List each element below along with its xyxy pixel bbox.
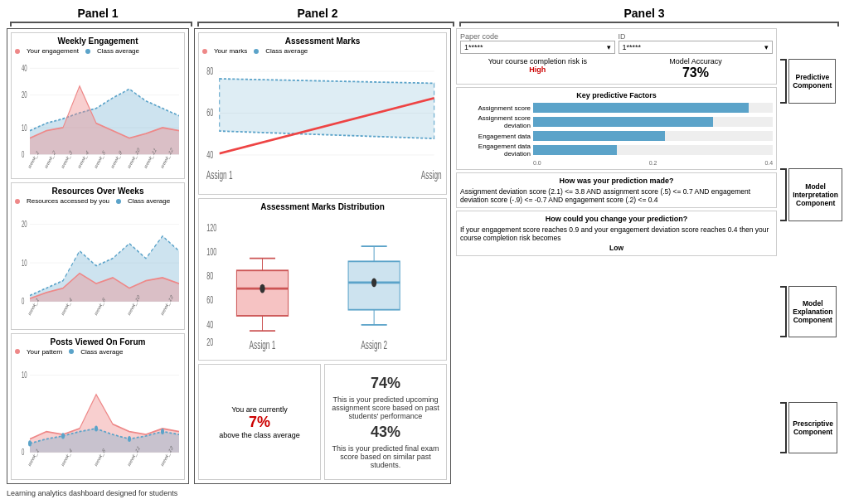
paper-code-label: Paper code bbox=[460, 32, 615, 41]
predictive-component-brace: PredictiveComponent bbox=[780, 59, 842, 104]
panel2-label: Panel 2 bbox=[189, 7, 446, 20]
id-label: ID bbox=[619, 32, 774, 41]
footer-text: Learning analytics dashboard designed fo… bbox=[7, 489, 842, 497]
legend-resources-class-label: Class average bbox=[128, 197, 170, 205]
svg-text:0: 0 bbox=[22, 447, 24, 457]
explanation-box: How was your prediction made? Assignment… bbox=[456, 172, 777, 208]
bar-chart: Assignment score Assignment score deviat… bbox=[460, 103, 773, 166]
distribution-svg: 120 100 80 60 40 20 bbox=[202, 213, 443, 356]
assessment-marks-chart: Assessment Marks Your marks Class averag… bbox=[198, 32, 447, 195]
legend-resources-label: Resources accessed by you bbox=[27, 197, 109, 205]
panel1: Weekly Engagement Your engagement Class … bbox=[7, 28, 189, 484]
change-title: How could you change your prediction? bbox=[460, 215, 773, 223]
id-value: 1***** bbox=[623, 43, 642, 51]
id-chevron: ▾ bbox=[764, 43, 769, 51]
svg-text:10: 10 bbox=[22, 123, 27, 133]
svg-text:80: 80 bbox=[206, 65, 213, 76]
bar-fill-4 bbox=[533, 145, 617, 155]
svg-text:100: 100 bbox=[206, 246, 216, 258]
above-pct: 7% bbox=[204, 414, 315, 431]
paper-code-chevron: ▾ bbox=[607, 43, 611, 51]
prediction-text: Assignment deviation score (2.1) <= 3.8 … bbox=[460, 187, 773, 204]
legend-posts-class-dot bbox=[69, 349, 74, 354]
svg-text:20: 20 bbox=[206, 337, 213, 349]
paper-code-value: 1***** bbox=[464, 43, 483, 51]
legend-marks-label: Your marks bbox=[214, 47, 247, 55]
legend-marks-dot bbox=[202, 49, 207, 54]
marks-distribution-title: Assessment Marks Distribution bbox=[202, 202, 443, 211]
bar-fill-3 bbox=[533, 131, 665, 141]
bar-label-3: Engagement data bbox=[460, 133, 531, 140]
svg-point-42 bbox=[161, 429, 164, 434]
svg-text:120: 120 bbox=[206, 222, 216, 234]
legend-marks-class-label: Class average bbox=[265, 47, 308, 55]
svg-text:Assign 2: Assign 2 bbox=[361, 338, 387, 352]
interpretation-component-label: ModelInterpretationComponent bbox=[788, 168, 842, 221]
legend-resources-class-dot bbox=[116, 199, 121, 204]
bar-label-1: Assignment score bbox=[460, 104, 531, 112]
risk-label: Your course completion risk is bbox=[460, 57, 615, 65]
posts-title: Posts Viewed On Forum bbox=[15, 337, 181, 346]
resources-svg: 20 10 0 week_1 week_4 week_8 week_10 bbox=[15, 206, 181, 325]
svg-text:20: 20 bbox=[22, 220, 27, 230]
kpf-box: Key predictive Factors Assignment score … bbox=[456, 87, 777, 170]
svg-text:Assign 1: Assign 1 bbox=[206, 167, 233, 181]
legend-engagement-label: Your engagement bbox=[27, 47, 79, 55]
svg-point-39 bbox=[61, 433, 65, 439]
accuracy-box: Model Accuracy 73% bbox=[619, 57, 774, 80]
risk-level: High bbox=[460, 65, 615, 74]
svg-text:40: 40 bbox=[206, 319, 213, 331]
final-desc: This is your predicted final exam score … bbox=[330, 444, 441, 469]
assessment-marks-svg: 80 60 40 Assign 1 Assign 2 bbox=[202, 56, 443, 191]
above-label: You are currently bbox=[204, 405, 315, 414]
axis-0: 0.0 bbox=[533, 160, 541, 166]
bar-row-3: Engagement data bbox=[460, 131, 773, 141]
bar-row-1: Assignment score bbox=[460, 103, 773, 113]
change-result: Low bbox=[460, 244, 773, 252]
component-labels: PredictiveComponent ModelInterpretationC… bbox=[780, 28, 842, 484]
interpretation-component-brace: ModelInterpretationComponent bbox=[780, 168, 842, 221]
panel3-content: Paper code 1***** ▾ ID 1***** ▾ bbox=[456, 28, 777, 484]
axis-02: 0.2 bbox=[649, 160, 657, 166]
svg-text:10: 10 bbox=[22, 258, 27, 268]
legend-class-dot bbox=[85, 49, 90, 54]
svg-point-38 bbox=[28, 440, 32, 446]
bar-label-4: Engagement data deviation bbox=[460, 143, 531, 158]
explanation-component-label: ModelExplanationComponent bbox=[788, 286, 837, 337]
svg-text:Assign 2: Assign 2 bbox=[421, 167, 443, 181]
bar-track-1 bbox=[533, 103, 773, 113]
svg-text:60: 60 bbox=[206, 107, 213, 118]
resources-chart: Resources Over Weeks Resources accessed … bbox=[11, 182, 185, 329]
weekly-engagement-title: Weekly Engagement bbox=[15, 36, 181, 46]
paper-code-dropdown[interactable]: 1***** ▾ bbox=[460, 41, 615, 54]
paper-code-field: Paper code 1***** ▾ bbox=[460, 32, 615, 54]
bar-track-2 bbox=[533, 117, 773, 127]
class-average-stat: You are currently 7% above the class ave… bbox=[198, 364, 321, 480]
bar-label-2: Assignment score deviation bbox=[460, 114, 531, 129]
assessment-marks-title: Assessment Marks bbox=[202, 36, 443, 46]
prescriptive-component-label: PrescriptiveComponent bbox=[788, 402, 837, 453]
posts-chart: Posts Viewed On Forum Your pattern Class… bbox=[11, 333, 185, 480]
bar-row-2: Assignment score deviation bbox=[460, 114, 773, 129]
legend-class-label: Class average bbox=[97, 47, 139, 55]
prescriptive-component-brace: PrescriptiveComponent bbox=[780, 402, 842, 453]
axis-04: 0.4 bbox=[764, 160, 773, 166]
legend-posts-dot bbox=[15, 349, 20, 354]
prediction-title: How was your prediction made? bbox=[460, 177, 773, 185]
kpf-title: Key predictive Factors bbox=[460, 91, 773, 99]
model-accuracy-label: Model Accuracy bbox=[619, 57, 774, 65]
weekly-engagement-chart: Weekly Engagement Your engagement Class … bbox=[11, 32, 185, 179]
bar-fill-2 bbox=[533, 117, 713, 127]
bar-track-4 bbox=[533, 145, 773, 155]
predictive-box: Paper code 1***** ▾ ID 1***** ▾ bbox=[456, 28, 777, 85]
id-dropdown[interactable]: 1***** ▾ bbox=[619, 41, 774, 54]
svg-text:80: 80 bbox=[206, 270, 213, 282]
svg-text:40: 40 bbox=[22, 63, 27, 73]
legend-posts-label: Your pattern bbox=[27, 348, 62, 356]
predictive-component-label: PredictiveComponent bbox=[788, 59, 836, 104]
final-pct: 43% bbox=[330, 424, 441, 441]
svg-text:40: 40 bbox=[206, 149, 213, 160]
legend-marks-class-dot bbox=[254, 49, 259, 54]
id-field: ID 1***** ▾ bbox=[619, 32, 774, 54]
stats-row: You are currently 7% above the class ave… bbox=[198, 364, 447, 480]
